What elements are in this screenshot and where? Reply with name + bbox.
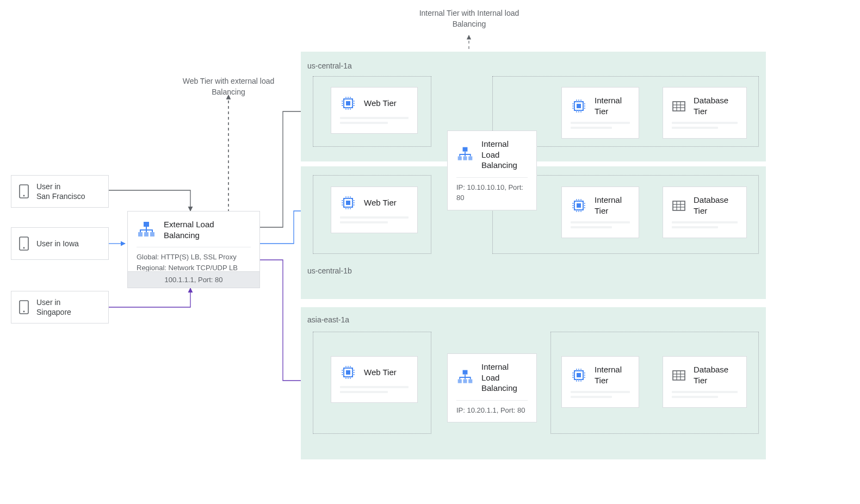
internal-lb-us-card: Internal Load Balancing IP: 10.10.10.10,… bbox=[447, 130, 537, 210]
compute-icon bbox=[340, 195, 356, 211]
external-lb-line1: Global: HTTP(S) LB, SSL Proxy bbox=[137, 252, 251, 263]
svg-point-4 bbox=[23, 195, 25, 197]
internal-lb-us-ip: IP: 10.10.10.10, Port: 80 bbox=[456, 182, 528, 203]
user-singapore-card: User in Singapore bbox=[11, 291, 109, 323]
web-tier-1a-card: Web Tier bbox=[331, 87, 418, 134]
web-tier-annotation: Web Tier with external load Balancing bbox=[174, 76, 283, 97]
svg-rect-98 bbox=[458, 379, 462, 383]
compute-icon bbox=[340, 364, 356, 381]
load-balancer-icon bbox=[456, 146, 474, 163]
svg-rect-84 bbox=[346, 370, 350, 375]
svg-point-6 bbox=[23, 247, 25, 249]
database-icon bbox=[672, 99, 686, 113]
internal-tier-annotation: Internal Tier with Internal load Balanci… bbox=[413, 8, 525, 29]
svg-rect-10 bbox=[138, 232, 143, 237]
svg-rect-41 bbox=[463, 147, 468, 152]
svg-rect-73 bbox=[673, 102, 685, 111]
database-tier-1a-title: Database Tier bbox=[694, 95, 728, 116]
svg-rect-60 bbox=[577, 203, 581, 208]
svg-rect-12 bbox=[150, 232, 154, 237]
web-tier-asia-card: Web Tier bbox=[331, 356, 418, 403]
database-tier-1b-card: Database Tier bbox=[663, 186, 747, 238]
internal-tier-1a-title: Internal Tier bbox=[595, 95, 622, 116]
web-tier-1b-card: Web Tier bbox=[331, 186, 418, 233]
phone-icon bbox=[19, 184, 29, 198]
svg-rect-14 bbox=[346, 101, 350, 105]
svg-rect-78 bbox=[673, 201, 685, 210]
phone-icon bbox=[19, 237, 29, 251]
internal-tier-1a-card: Internal Tier bbox=[561, 87, 639, 139]
svg-rect-42 bbox=[458, 157, 462, 160]
database-tier-asia-card: Database Tier bbox=[663, 356, 747, 408]
internal-lb-us-title: Internal Load Balancing bbox=[481, 139, 528, 171]
user-sf-card: User in San Francisco bbox=[11, 175, 109, 208]
internal-tier-asia-title: Internal Tier bbox=[595, 364, 622, 385]
external-lb-card: External Load Balancing Global: HTTP(S) … bbox=[127, 211, 260, 288]
architecture-diagram: Web Tier with external load Balancing In… bbox=[0, 0, 860, 504]
compute-icon bbox=[571, 98, 587, 114]
svg-rect-46 bbox=[577, 104, 581, 108]
svg-rect-28 bbox=[346, 201, 350, 205]
svg-rect-99 bbox=[463, 379, 467, 383]
zone-label-asia-1a: asia-east-1a bbox=[307, 315, 349, 324]
svg-rect-115 bbox=[673, 371, 685, 380]
internal-tier-1b-title: Internal Tier bbox=[595, 195, 622, 216]
web-tier-asia-title: Web Tier bbox=[364, 367, 397, 378]
svg-rect-97 bbox=[463, 370, 468, 375]
load-balancer-icon bbox=[137, 220, 156, 240]
phone-icon bbox=[19, 300, 29, 314]
internal-lb-asia-card: Internal Load Balancing IP: 10.20.1.1, P… bbox=[447, 353, 537, 422]
external-lb-footer: 100.1.1.1, Port: 80 bbox=[128, 271, 259, 288]
compute-icon bbox=[571, 197, 587, 214]
web-tier-1a-title: Web Tier bbox=[364, 98, 397, 109]
database-icon bbox=[672, 198, 686, 213]
svg-point-8 bbox=[23, 311, 25, 313]
user-iowa-text: User in Iowa bbox=[36, 239, 79, 248]
svg-rect-9 bbox=[144, 222, 149, 227]
user-sf-text: User in San Francisco bbox=[36, 182, 85, 201]
database-tier-1a-card: Database Tier bbox=[663, 87, 747, 139]
internal-lb-asia-title: Internal Load Balancing bbox=[481, 362, 528, 394]
internal-tier-1b-card: Internal Tier bbox=[561, 186, 639, 238]
svg-rect-102 bbox=[577, 373, 581, 377]
database-tier-1b-title: Database Tier bbox=[694, 195, 728, 216]
external-lb-title: External Load Balancing bbox=[164, 219, 214, 240]
internal-tier-asia-card: Internal Tier bbox=[561, 356, 639, 408]
user-iowa-card: User in Iowa bbox=[11, 227, 109, 260]
compute-icon bbox=[340, 95, 356, 111]
svg-rect-44 bbox=[468, 157, 472, 160]
database-icon bbox=[672, 368, 686, 382]
load-balancer-icon bbox=[456, 369, 474, 386]
user-singapore-text: User in Singapore bbox=[36, 297, 71, 317]
internal-lb-asia-ip: IP: 10.20.1.1, Port: 80 bbox=[456, 405, 528, 416]
compute-icon bbox=[571, 367, 587, 383]
zone-label-us-1b: us-central-1b bbox=[307, 266, 352, 275]
web-tier-1b-title: Web Tier bbox=[364, 197, 397, 208]
database-tier-asia-title: Database Tier bbox=[694, 364, 728, 385]
svg-rect-100 bbox=[468, 379, 472, 383]
svg-rect-11 bbox=[144, 232, 149, 237]
zone-label-us-1a: us-central-1a bbox=[307, 61, 352, 70]
svg-rect-43 bbox=[463, 157, 467, 160]
